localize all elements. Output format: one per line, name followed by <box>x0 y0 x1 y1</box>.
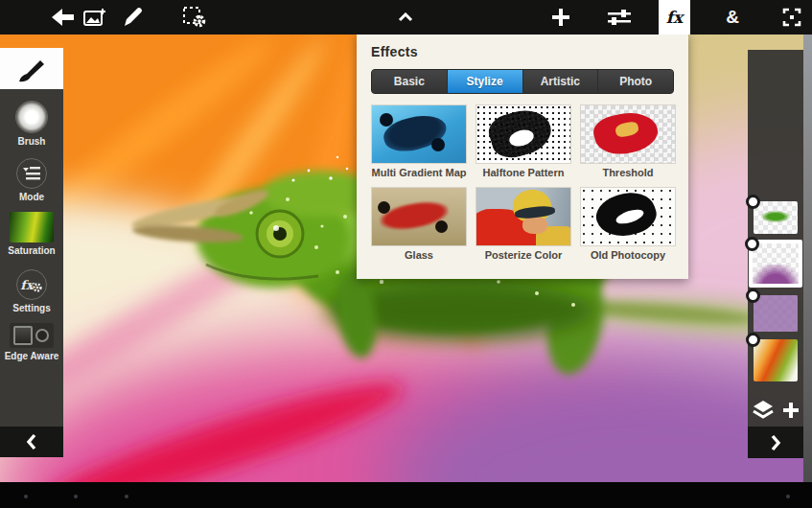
fx-label: fx <box>666 8 683 27</box>
edge-aware-checkbox[interactable] <box>13 326 33 345</box>
collapse-left-panel-button[interactable] <box>0 427 63 457</box>
thumb-art <box>753 265 799 284</box>
thumb-art <box>761 211 790 222</box>
layer-badge-icon <box>746 195 760 209</box>
collapse-panel-icon[interactable] <box>389 0 422 35</box>
effect-label: Glass <box>371 249 467 261</box>
settings-option[interactable]: fx Settings <box>0 269 63 313</box>
selection-settings-icon[interactable] <box>178 0 213 35</box>
effects-fx-icon[interactable]: fx <box>659 0 690 35</box>
thumb-art <box>380 113 393 127</box>
layer-thumbnail-3[interactable] <box>754 295 798 332</box>
tool-label: Edge Aware <box>0 351 63 361</box>
workspace-gutter <box>803 35 812 482</box>
tab-basic[interactable]: Basic <box>372 70 448 93</box>
brush-preview-icon <box>15 101 48 133</box>
thumb-art <box>378 201 390 214</box>
thumb-art <box>522 217 547 234</box>
effect-glass[interactable]: Glass <box>371 187 467 261</box>
ampersand-label: & <box>726 7 739 28</box>
layer-thumbnail-4[interactable] <box>754 339 798 381</box>
effect-posterize-color[interactable]: Posterize Color <box>476 187 571 261</box>
settings-fx-icon: fx <box>16 269 47 300</box>
tool-options-panel: Brush Mode Saturation fx Settings Edge A… <box>0 89 63 427</box>
nav-back-dot-icon[interactable] <box>24 495 28 498</box>
effect-thumbnail <box>371 104 467 164</box>
saturation-option[interactable]: Saturation <box>0 212 63 256</box>
tab-photo[interactable]: Photo <box>598 70 673 93</box>
tool-label: Settings <box>0 303 63 313</box>
active-tool-tab[interactable] <box>0 48 63 89</box>
layer-actions <box>748 395 803 426</box>
layer-thumbnail-1[interactable] <box>754 201 798 234</box>
fullscreen-icon[interactable] <box>775 0 809 35</box>
thumb-art <box>431 138 445 151</box>
nav-recents-dot-icon[interactable] <box>125 495 128 498</box>
layer-thumbnail-2-selected[interactable] <box>753 243 799 284</box>
mode-icon <box>16 158 47 189</box>
more-tools-ampersand-icon[interactable]: & <box>717 0 748 35</box>
edge-aware-controls <box>10 323 54 348</box>
chevron-left-icon <box>26 433 37 450</box>
effect-label: Halftone Pattern <box>476 167 571 178</box>
edge-aware-radio[interactable] <box>35 329 49 342</box>
effects-panel-title: Effects <box>371 44 676 59</box>
tab-stylize[interactable]: Stylize <box>448 70 523 93</box>
effect-halftone-pattern[interactable]: Halftone Pattern <box>476 104 571 178</box>
back-icon[interactable] <box>48 0 79 35</box>
add-icon[interactable] <box>545 0 577 35</box>
effect-thumbnail <box>476 104 571 164</box>
layer-badge-icon <box>746 333 760 347</box>
effect-old-photocopy[interactable]: Old Photocopy <box>580 187 676 261</box>
edge-aware-option[interactable]: Edge Aware <box>0 323 63 361</box>
effect-thumbnail <box>580 104 676 164</box>
selected-layer-frame <box>749 240 802 288</box>
layers-panel <box>748 50 803 427</box>
effect-thumbnail <box>371 187 467 246</box>
effect-label: Old Photocopy <box>580 249 676 261</box>
effect-threshold[interactable]: Threshold <box>580 104 676 178</box>
adjustments-icon[interactable] <box>602 0 637 35</box>
tool-label: Brush <box>0 136 63 147</box>
top-toolbar: fx & <box>0 0 812 35</box>
draw-icon[interactable] <box>117 0 150 35</box>
effect-label: Posterize Color <box>476 249 571 261</box>
effects-panel: Effects Basic Stylize Artistic Photo Mul… <box>357 33 688 279</box>
chevron-right-icon <box>770 434 781 451</box>
effect-label: Multi Gradient Map <box>371 167 467 178</box>
paint-brush-icon <box>16 55 47 83</box>
tab-artistic[interactable]: Artistic <box>523 70 599 93</box>
layers-icon[interactable] <box>753 401 774 420</box>
add-image-icon[interactable] <box>79 0 111 35</box>
nav-home-dot-icon[interactable] <box>74 495 78 498</box>
effects-category-tabs: Basic Stylize Artistic Photo <box>371 69 674 94</box>
layer-badge-icon <box>745 237 759 251</box>
thumb-art <box>435 220 448 233</box>
system-navigation-bar <box>0 482 812 508</box>
tool-label: Mode <box>0 192 63 202</box>
effect-label: Threshold <box>580 167 676 178</box>
nav-status-dot-icon <box>786 495 790 498</box>
thumb-art <box>754 295 798 332</box>
layer-badge-icon <box>746 289 760 303</box>
effects-grid: Multi Gradient Map Halftone Pattern Thre… <box>371 104 676 261</box>
effect-thumbnail <box>476 187 571 246</box>
add-layer-icon[interactable] <box>783 403 799 418</box>
saturation-preview-icon <box>10 212 54 242</box>
effect-thumbnail <box>580 187 676 246</box>
expand-right-panel-button[interactable] <box>748 427 803 458</box>
effect-multi-gradient-map[interactable]: Multi Gradient Map <box>371 104 467 178</box>
brush-option[interactable]: Brush <box>0 101 63 147</box>
mode-option[interactable]: Mode <box>0 158 63 202</box>
tool-label: Saturation <box>0 245 63 256</box>
